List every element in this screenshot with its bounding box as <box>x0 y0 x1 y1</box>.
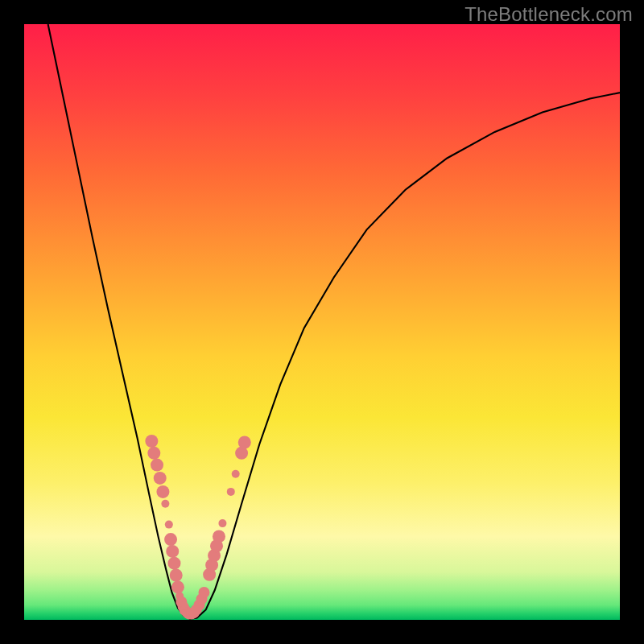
chart-frame: TheBottleneck.com <box>0 0 644 644</box>
data-marker <box>161 500 169 508</box>
data-marker <box>147 447 160 460</box>
data-marker <box>170 569 183 582</box>
data-marker <box>198 587 209 598</box>
bottleneck-curve <box>48 24 620 619</box>
data-marker <box>232 470 240 478</box>
chart-svg <box>24 24 620 620</box>
data-marker <box>164 533 177 546</box>
data-marker <box>165 521 173 529</box>
data-marker <box>156 485 169 498</box>
data-marker <box>167 557 180 570</box>
data-marker <box>238 436 251 448</box>
data-marker <box>145 435 158 448</box>
data-marker <box>166 545 179 558</box>
plot-area <box>24 24 620 620</box>
data-marker <box>154 472 167 485</box>
watermark-text: TheBottleneck.com <box>464 3 633 26</box>
data-marker <box>151 459 163 472</box>
data-marker <box>218 519 226 527</box>
data-marker <box>171 580 184 593</box>
data-marker <box>213 530 225 543</box>
data-marker <box>227 488 235 496</box>
